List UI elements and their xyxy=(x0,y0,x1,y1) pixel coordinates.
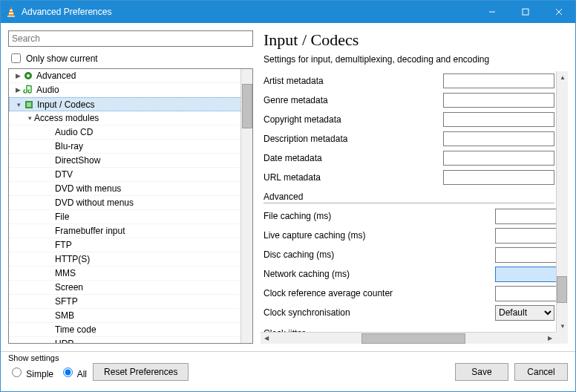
tree-leaf[interactable]: DVD without menus xyxy=(9,196,252,210)
metadata-row: URL metadata xyxy=(264,168,554,187)
advanced-row: Live capture caching (ms)▲▼ xyxy=(264,226,554,245)
page-heading: Input / Codecs xyxy=(264,30,568,50)
metadata-row: Artist metadata xyxy=(264,71,554,91)
metadata-input[interactable] xyxy=(443,93,554,108)
scroll-left-arrow-icon[interactable]: ◀ xyxy=(261,333,272,344)
tree-node-access-modules[interactable]: ▾ Access modules xyxy=(9,111,252,125)
spinbox[interactable]: ▲▼ xyxy=(495,247,554,263)
tree-leaf[interactable]: SFTP xyxy=(9,295,252,309)
form-vscrollbar[interactable]: ▲ ▼ xyxy=(556,71,568,332)
tree-leaf[interactable]: Screen xyxy=(9,281,252,295)
tree-leaf[interactable]: Audio CD xyxy=(9,125,252,140)
only-show-current-input[interactable] xyxy=(11,53,21,63)
advanced-row: Clock synchronisationDefault xyxy=(264,303,554,322)
minimize-button[interactable] xyxy=(475,1,508,23)
page-description: Settings for input, demultiplexing, deco… xyxy=(264,54,568,65)
field-label: Description metadata xyxy=(264,134,439,144)
left-pane: Only show current ▶ Advanced ▶ Audio ▾ I… xyxy=(8,30,253,344)
save-button[interactable]: Save xyxy=(455,363,508,381)
field-label: Genre metadata xyxy=(264,95,439,105)
metadata-input[interactable] xyxy=(443,112,554,127)
field-label: File caching (ms) xyxy=(264,211,491,221)
tree-leaf[interactable]: SMB xyxy=(9,309,252,323)
scroll-up-arrow-icon[interactable]: ▲ xyxy=(557,71,568,83)
tree-leaf[interactable]: File xyxy=(9,210,252,224)
spinbox[interactable]: ▲▼ xyxy=(495,286,554,301)
radio-simple[interactable]: Simple xyxy=(8,365,53,379)
metadata-input[interactable] xyxy=(443,151,554,166)
right-pane: Input / Codecs Settings for input, demul… xyxy=(261,30,568,344)
bottom-bar: Show settings Simple All Reset Preferenc… xyxy=(1,351,575,384)
field-label: Live capture caching (ms) xyxy=(264,230,491,241)
cut-row: Clock jitter xyxy=(264,322,554,332)
tree-leaf[interactable]: Blu-ray xyxy=(9,140,252,154)
advanced-row: Network caching (ms)▲▼ xyxy=(264,264,554,284)
only-show-current-checkbox[interactable]: Only show current xyxy=(8,51,253,65)
tree-view: ▶ Advanced ▶ Audio ▾ Input / Codecs ▾ Ac… xyxy=(8,68,253,344)
tree-node-advanced[interactable]: ▶ Advanced xyxy=(9,69,252,83)
field-label: Copyright metadata xyxy=(264,114,439,125)
close-button[interactable] xyxy=(542,1,575,23)
svg-rect-11 xyxy=(27,102,31,107)
window-title: Advanced Preferences xyxy=(22,7,475,17)
metadata-input[interactable] xyxy=(443,131,554,146)
gear-icon xyxy=(22,70,34,82)
field-label: Date metadata xyxy=(264,153,439,163)
tree-leaf[interactable]: MMS xyxy=(9,267,252,281)
field-label: Disc caching (ms) xyxy=(264,249,491,260)
field-label: URL metadata xyxy=(264,172,439,183)
field-label: Clock synchronisation xyxy=(264,307,491,318)
maximize-button[interactable] xyxy=(508,1,542,23)
dropdown[interactable]: Default xyxy=(495,305,554,321)
advanced-row: Disc caching (ms)▲▼ xyxy=(264,245,554,264)
scroll-down-arrow-icon[interactable]: ▼ xyxy=(557,320,568,332)
radio-all[interactable]: All xyxy=(59,365,87,379)
chip-icon xyxy=(23,99,35,111)
svg-rect-3 xyxy=(9,13,13,14)
tree-leaf[interactable]: DTV xyxy=(9,168,252,182)
tree-leaf[interactable]: UDP xyxy=(9,337,252,343)
svg-rect-2 xyxy=(10,10,13,11)
svg-rect-5 xyxy=(523,9,528,15)
titlebar: Advanced Preferences xyxy=(1,1,575,23)
tree-leaf[interactable]: DVD with menus xyxy=(9,182,252,196)
advanced-row: Clock reference average counter▲▼ xyxy=(264,284,554,303)
metadata-row: Copyright metadata xyxy=(264,110,554,129)
cancel-button[interactable]: Cancel xyxy=(514,363,568,381)
tree-node-input-codecs[interactable]: ▾ Input / Codecs xyxy=(9,97,252,111)
spinbox[interactable]: ▲▼ xyxy=(495,267,554,282)
metadata-row: Genre metadata xyxy=(264,91,554,110)
music-note-icon xyxy=(22,84,34,96)
show-settings-label: Show settings xyxy=(8,353,455,362)
svg-rect-1 xyxy=(7,16,15,17)
only-show-current-label: Only show current xyxy=(26,53,98,64)
tree-leaf[interactable]: Framebuffer input xyxy=(9,224,252,238)
metadata-row: Date metadata xyxy=(264,148,554,168)
metadata-input[interactable] xyxy=(443,74,554,88)
reset-preferences-button[interactable]: Reset Preferences xyxy=(93,363,189,381)
spinbox[interactable]: ▲▼ xyxy=(495,209,554,224)
advanced-group-label: Advanced xyxy=(264,192,554,203)
tree-node-audio[interactable]: ▶ Audio xyxy=(9,83,252,97)
svg-point-9 xyxy=(27,74,30,77)
advanced-row: File caching (ms)▲▼ xyxy=(264,206,554,226)
tree-leaf[interactable]: HTTP(S) xyxy=(9,252,252,267)
scroll-right-arrow-icon[interactable]: ▶ xyxy=(544,333,556,344)
vlc-logo-icon xyxy=(5,6,17,18)
tree-scrollbar[interactable] xyxy=(240,69,252,343)
tree-leaf[interactable]: FTP xyxy=(9,238,252,252)
field-label: Network caching (ms) xyxy=(264,269,491,279)
metadata-input[interactable] xyxy=(443,170,554,185)
tree-leaf[interactable]: DirectShow xyxy=(9,154,252,168)
search-input[interactable] xyxy=(8,30,253,47)
metadata-row: Description metadata xyxy=(264,129,554,148)
field-label: Artist metadata xyxy=(264,76,439,86)
spinbox[interactable]: ▲▼ xyxy=(495,228,554,244)
tree-leaf[interactable]: Time code xyxy=(9,323,252,337)
form-hscrollbar[interactable]: ◀ ▶ xyxy=(261,332,556,344)
field-label: Clock reference average counter xyxy=(264,288,491,298)
